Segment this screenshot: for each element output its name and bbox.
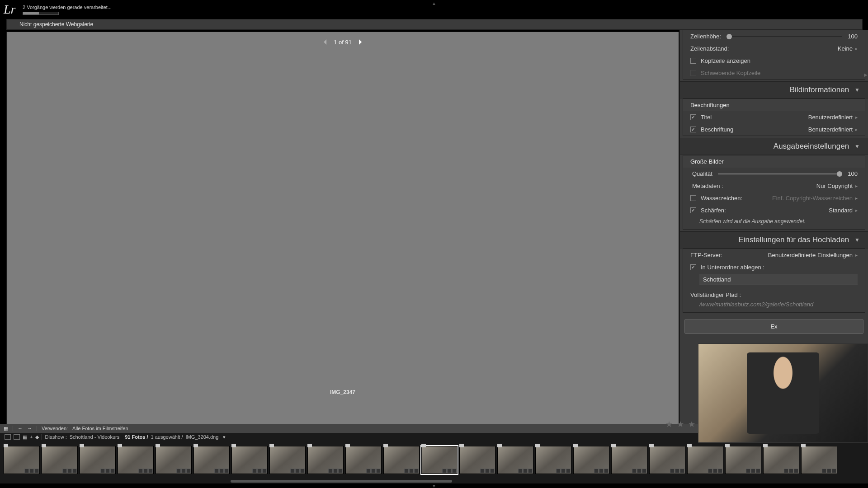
sharpen-control[interactable]: Schärfen: Standard ▸ [683, 204, 865, 216]
rating-stars[interactable]: ★ ★ ★ [665, 419, 696, 429]
show-header-control[interactable]: Kopfzeile anzeigen [683, 55, 865, 67]
thumbnail[interactable] [497, 446, 533, 474]
metadata-value: Nur Copyright [816, 183, 853, 189]
row-height-control[interactable]: Zeilenhöhe: 100 [683, 30, 865, 42]
thumbnail[interactable] [345, 446, 382, 474]
floating-header-label: Schwebende Kopfzeile [701, 70, 760, 76]
fullpath-value: /www/matthiasbutz.com2/galerie/Schottlan… [699, 301, 858, 308]
subfolder-checkbox[interactable] [690, 264, 696, 270]
dropdown-icon[interactable]: ▾ [223, 434, 226, 440]
collapse-icon[interactable]: ▼ [854, 237, 860, 243]
collapse-icon[interactable]: ▼ [854, 143, 860, 150]
next-page-icon[interactable] [356, 38, 363, 46]
thumbnail[interactable] [42, 446, 78, 474]
sort-icon[interactable]: ◆ [35, 434, 39, 440]
captions-subhead: Beschriftungen [683, 99, 865, 111]
gallery-title: Nicht gespeicherte Webgalerie [19, 21, 93, 28]
ftp-control[interactable]: FTP-Server: Benutzerdefinierte Einstellu… [683, 249, 865, 261]
sharpen-label: Schärfen: [701, 207, 726, 214]
monitor-1-icon[interactable] [5, 434, 11, 440]
filmstrip-scrollbar[interactable] [0, 479, 868, 483]
thumbnail[interactable] [535, 446, 571, 474]
thumbnail[interactable] [156, 446, 192, 474]
dropdown-icon[interactable]: ▸ [855, 115, 858, 120]
floating-header-checkbox [690, 70, 696, 76]
grid-icon[interactable]: ▦ [23, 434, 27, 440]
collapse-icon[interactable]: ▼ [854, 87, 860, 93]
thumbnail[interactable] [231, 446, 268, 474]
thumbnail[interactable] [421, 446, 458, 474]
breadcrumb-collection[interactable]: Schottland - Videokurs [70, 434, 119, 440]
quality-control[interactable]: Qualität 100 [683, 168, 865, 180]
large-images-subhead: Große Bilder [683, 155, 865, 168]
use-value[interactable]: Alle Fotos im Filmstreifen [72, 426, 128, 431]
dropdown-icon[interactable]: ▸ [855, 183, 858, 188]
thumbnail[interactable] [269, 446, 306, 474]
caption-control[interactable]: Beschriftung Benutzerdefiniert ▸ [683, 123, 865, 136]
photo-count: 91 Fotos / [125, 434, 148, 440]
show-header-checkbox[interactable] [690, 58, 696, 64]
webcam-overlay [698, 343, 868, 443]
filmstrip[interactable] [0, 441, 868, 479]
dropdown-icon[interactable]: ▸ [855, 127, 858, 132]
image-info-title: Bildinformationen [790, 85, 849, 94]
thumbnail[interactable] [383, 446, 420, 474]
export-row: Ex [680, 314, 868, 338]
watermark-checkbox[interactable] [690, 195, 696, 201]
watermark-control[interactable]: Wasserzeichen: Einf. Copyright-Wasserzei… [683, 192, 865, 204]
quality-slider[interactable] [718, 174, 842, 174]
thumbnail[interactable] [649, 446, 685, 474]
metadata-label: Metadaten : [692, 183, 723, 189]
dropdown-icon[interactable]: ▸ [855, 253, 858, 258]
thumbnail[interactable] [611, 446, 647, 474]
title-control[interactable]: Titel Benutzerdefiniert ▸ [683, 111, 865, 123]
caption-checkbox[interactable] [690, 127, 696, 132]
thumbnail[interactable] [801, 446, 837, 474]
thumbnail[interactable] [193, 446, 230, 474]
selected-count: 1 ausgewählt / [151, 434, 183, 440]
sharpen-checkbox[interactable] [690, 207, 696, 213]
metadata-control[interactable]: Metadaten : Nur Copyright ▸ [683, 180, 865, 192]
thumbnail[interactable] [80, 446, 116, 474]
title-label: Titel [701, 114, 712, 121]
thumbnail[interactable] [307, 446, 344, 474]
monitor-2-icon[interactable] [14, 434, 20, 440]
image-info-header[interactable]: Bildinformationen ▼ [680, 81, 868, 99]
current-filename: IMG_3204.dng [186, 434, 219, 440]
row-height-slider[interactable] [726, 36, 842, 37]
dropdown-icon[interactable]: ▸ [855, 196, 858, 201]
prev-page-icon[interactable] [322, 38, 329, 46]
upload-settings-header[interactable]: Einstellungen für das Hochladen ▼ [680, 231, 868, 249]
title-checkbox[interactable] [690, 114, 696, 120]
status-text: 2 Vorgänge werden gerade verarbeitet... [23, 5, 112, 10]
grid-view-icon[interactable]: ▦ [4, 426, 8, 432]
thumbnail[interactable] [573, 446, 609, 474]
quality-value: 100 [848, 170, 858, 177]
output-settings-header[interactable]: Ausgabeeinstellungen ▼ [680, 138, 868, 155]
nav-fwd-icon[interactable]: → [27, 426, 32, 431]
collapse-top-icon[interactable]: ▲ [432, 1, 436, 6]
thumbnail[interactable] [725, 446, 761, 474]
output-title: Ausgabeeinstellungen [774, 142, 849, 151]
thumbnail[interactable] [763, 446, 799, 474]
thumbnail[interactable] [118, 446, 154, 474]
thumbnail[interactable] [687, 446, 723, 474]
caption-label: Beschriftung [701, 126, 733, 133]
export-button[interactable]: Ex [684, 319, 863, 334]
thumbnail[interactable] [4, 446, 40, 474]
subfolder-control[interactable]: In Unterordner ablegen : [683, 261, 865, 273]
show-header-label: Kopfzeile anzeigen [701, 57, 750, 64]
nav-back-icon[interactable]: ← [18, 426, 23, 431]
preview-pane: 1 of 91 IMG_2347 [0, 30, 679, 441]
thumbnail[interactable] [459, 446, 495, 474]
subfolder-input[interactable]: Schottland [699, 274, 858, 285]
sharpen-value: Standard [829, 207, 853, 214]
plus-icon[interactable]: + [30, 434, 33, 440]
row-spacing-control[interactable]: Zeilenabstand: Keine ▸ [683, 42, 865, 55]
dropdown-icon[interactable]: ▸ [855, 208, 858, 213]
breadcrumb-module[interactable]: Diashow : [45, 434, 66, 440]
expand-right-icon[interactable]: ▶ [863, 72, 868, 77]
collapse-bottom-icon[interactable]: ▼ [0, 483, 868, 488]
dropdown-icon[interactable]: ▸ [855, 46, 858, 51]
preview-canvas[interactable]: 1 of 91 IMG_2347 [6, 32, 679, 434]
